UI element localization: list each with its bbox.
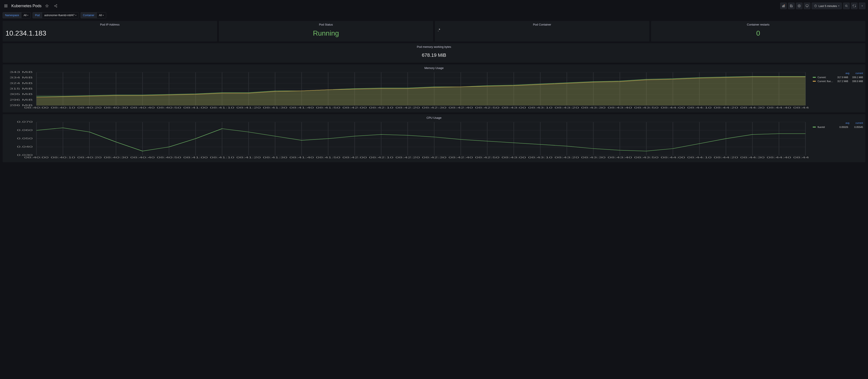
panel-memory-usage[interactable]: Memory Usage 286 MiB296 MiB305 MiB315 Mi… (3, 64, 865, 113)
svg-rect-3 (6, 6, 7, 7)
svg-text:08:44:50: 08:44:50 (793, 156, 809, 159)
legend-row[interactable]: fluentd0.050260.05545 (813, 125, 863, 129)
panel-memory-bytes[interactable]: Pod memory working bytes 678.19 MiB (3, 43, 865, 63)
add-panel-button[interactable] (780, 3, 787, 9)
chart-body: 0.0300.0400.0500.0600.07008:40:0008:40:1… (3, 120, 865, 162)
row-memory-chart: Memory Usage 286 MiB296 MiB305 MiB315 Mi… (3, 64, 865, 113)
svg-text:08:44:20: 08:44:20 (714, 106, 738, 109)
legend-row[interactable]: Current:317.9 MiB339.1 MiB (813, 75, 863, 79)
legend-row[interactable]: Current: fluentd317.2 MiB338.5 MiB (813, 79, 863, 83)
panel-pod-status[interactable]: Pod Status Running (219, 21, 433, 41)
chart-canvas: 286 MiB296 MiB305 MiB315 MiB324 MiB334 M… (5, 70, 809, 110)
var-container-value[interactable]: All▾ (97, 12, 106, 18)
svg-text:08:41:30: 08:41:30 (263, 156, 287, 159)
svg-text:08:41:40: 08:41:40 (289, 156, 314, 159)
stats-row: Pod IP Address 10.234.1.183 Pod Status R… (3, 21, 865, 41)
legend-swatch (813, 127, 816, 127)
panel-pod-container[interactable]: Pod Container .* (435, 21, 649, 41)
svg-text:08:42:30: 08:42:30 (422, 106, 446, 109)
grid-icon[interactable] (3, 3, 9, 9)
variables-row: Namespace All▾ Pod astronomer-fluentd-mb… (3, 11, 865, 21)
svg-point-6 (54, 5, 55, 6)
svg-line-8 (55, 5, 56, 6)
svg-text:08:44:00: 08:44:00 (661, 106, 685, 109)
stat-value: 678.19 MiB (3, 49, 865, 62)
panel-container-restarts[interactable]: Container restarts 0 (651, 21, 866, 41)
header-left: Kubernetes Pods (3, 3, 59, 9)
header-bar: Kubernetes Pods Last 5 minutes ▾ (3, 2, 865, 11)
svg-text:08:43:10: 08:43:10 (528, 106, 553, 109)
svg-text:08:43:40: 08:43:40 (608, 156, 632, 159)
chevron-down-icon: ▾ (862, 5, 863, 7)
panel-title: Pod memory working bytes (3, 43, 865, 49)
panel-cpu-usage[interactable]: CPU Usage 0.0300.0400.0500.0600.07008:40… (3, 114, 865, 162)
svg-text:08:43:30: 08:43:30 (581, 156, 606, 159)
svg-marker-4 (45, 4, 48, 7)
save-button[interactable] (788, 3, 795, 9)
svg-text:08:44:40: 08:44:40 (767, 156, 791, 159)
svg-text:08:44:10: 08:44:10 (687, 156, 712, 159)
svg-text:08:40:30: 08:40:30 (104, 156, 128, 159)
var-pod-value[interactable]: astronomer-fluentd-mbf47▾ (42, 12, 79, 18)
settings-button[interactable] (796, 3, 803, 9)
chevron-down-icon: ▾ (27, 14, 28, 17)
legend-avg: 317.2 MiB (835, 80, 848, 83)
svg-rect-2 (5, 6, 6, 7)
chart-legend: avg current fluentd0.050260.05545 (813, 120, 863, 160)
svg-text:08:42:00: 08:42:00 (342, 106, 367, 109)
refresh-button[interactable] (851, 3, 858, 9)
svg-text:08:41:00: 08:41:00 (183, 156, 208, 159)
svg-text:08:42:40: 08:42:40 (448, 106, 473, 109)
row-memory-bytes: Pod memory working bytes 678.19 MiB (3, 43, 865, 63)
legend-current-label: current (856, 122, 863, 124)
legend-current: 339.1 MiB (850, 76, 863, 78)
svg-text:08:42:20: 08:42:20 (396, 156, 420, 159)
legend-head: avg current (813, 122, 863, 125)
chevron-down-icon: ▾ (838, 5, 839, 7)
svg-text:08:43:50: 08:43:50 (634, 156, 658, 159)
svg-text:08:41:10: 08:41:10 (210, 106, 235, 109)
legend-head: avg current (813, 72, 863, 75)
svg-text:08:40:50: 08:40:50 (157, 106, 181, 109)
var-namespace-value[interactable]: All▾ (22, 12, 31, 18)
svg-text:08:43:50: 08:43:50 (634, 106, 658, 109)
chart-body: 286 MiB296 MiB305 MiB315 MiB324 MiB334 M… (3, 70, 865, 112)
share-icon[interactable] (53, 3, 59, 9)
svg-text:08:43:00: 08:43:00 (501, 106, 526, 109)
svg-text:08:40:00: 08:40:00 (24, 106, 49, 109)
refresh-menu-button[interactable]: ▾ (859, 3, 865, 9)
legend-avg: 0.05026 (835, 126, 848, 128)
svg-line-21 (847, 6, 848, 7)
var-namespace-label: Namespace (3, 12, 22, 18)
svg-text:08:41:40: 08:41:40 (289, 106, 314, 109)
svg-text:296 MiB: 296 MiB (10, 99, 33, 101)
svg-text:08:44:20: 08:44:20 (714, 156, 738, 159)
panel-title: Memory Usage (3, 65, 865, 70)
monitor-icon[interactable] (804, 3, 810, 9)
svg-rect-0 (5, 5, 6, 6)
legend-series-name: fluentd (817, 126, 833, 128)
svg-text:08:42:50: 08:42:50 (475, 106, 499, 109)
dashboard-title: Kubernetes Pods (11, 4, 41, 8)
legend-avg-label: avg (845, 72, 849, 74)
var-container: Container All▾ (81, 12, 106, 18)
panel-pod-ip[interactable]: Pod IP Address 10.234.1.183 (3, 21, 217, 41)
svg-text:315 MiB: 315 MiB (10, 88, 33, 90)
legend-current: 338.5 MiB (850, 80, 863, 83)
row-cpu-chart: CPU Usage 0.0300.0400.0500.0600.07008:40… (3, 114, 865, 162)
svg-text:08:42:10: 08:42:10 (369, 156, 393, 159)
svg-text:0.060: 0.060 (17, 129, 33, 131)
zoom-out-button[interactable] (843, 3, 850, 9)
svg-text:08:40:00: 08:40:00 (24, 156, 49, 159)
star-icon[interactable] (44, 3, 50, 9)
time-range-button[interactable]: Last 5 minutes ▾ (812, 3, 842, 9)
svg-text:08:44:40: 08:44:40 (767, 106, 791, 109)
svg-text:08:44:10: 08:44:10 (687, 106, 712, 109)
svg-text:08:41:50: 08:41:50 (316, 106, 340, 109)
svg-text:08:43:40: 08:43:40 (608, 106, 632, 109)
svg-text:08:40:40: 08:40:40 (130, 106, 155, 109)
svg-text:08:43:20: 08:43:20 (555, 156, 579, 159)
legend-current-label: current (856, 72, 863, 74)
legend-avg-label: avg (845, 122, 849, 124)
svg-text:08:44:00: 08:44:00 (661, 156, 685, 159)
